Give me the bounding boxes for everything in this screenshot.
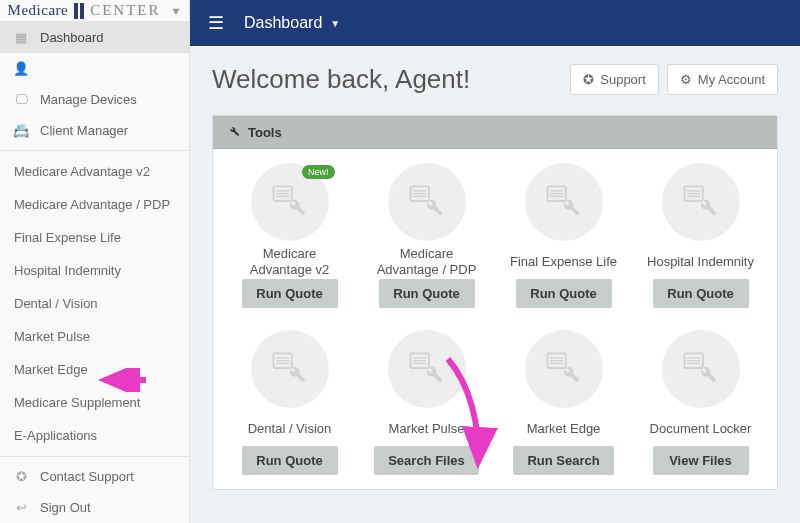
- button-label: My Account: [698, 72, 765, 87]
- id-card-icon: 📇: [12, 123, 30, 138]
- sidebar-label: Sign Out: [40, 500, 91, 515]
- brand-part2: CENTER: [90, 2, 160, 19]
- sidebar-nav-primary: ▦ Dashboard 👤 🖵 Manage Devices 📇 Client …: [0, 22, 189, 146]
- tool-thumbnail: [251, 330, 329, 408]
- user-icon: 👤: [12, 61, 30, 76]
- tool-tile: Hospital IndemnityRun Quote: [642, 163, 759, 308]
- brand-part1: Medicare: [8, 2, 69, 19]
- tool-thumbnail: [388, 330, 466, 408]
- tool-action-button[interactable]: View Files: [653, 446, 749, 475]
- sidebar-item-dental-vision[interactable]: Dental / Vision: [0, 287, 189, 320]
- sidebar-label: Client Manager: [40, 123, 128, 138]
- document-wrench-icon: [405, 179, 449, 226]
- content: Welcome back, Agent! ✪ Support ⚙ My Acco…: [190, 46, 800, 508]
- document-wrench-icon: [405, 346, 449, 393]
- sidebar-item-profile[interactable]: 👤: [0, 53, 189, 84]
- tool-thumbnail: New!: [251, 163, 329, 241]
- welcome-heading: Welcome back, Agent!: [212, 64, 470, 95]
- sidebar-nav-footer: ✪ Contact Support ↩ Sign Out: [0, 461, 189, 523]
- tool-action-button[interactable]: Search Files: [374, 446, 479, 475]
- tool-tile: New!Medicare Advantage v2Run Quote: [231, 163, 348, 308]
- divider: [0, 150, 189, 151]
- sidebar-label: Contact Support: [40, 469, 134, 484]
- main-area: ☰ Dashboard ▼ Welcome back, Agent! ✪ Sup…: [190, 0, 800, 523]
- sidebar-nav-secondary: Medicare Advantage v2 Medicare Advantage…: [0, 155, 189, 452]
- sidebar-item-dashboard[interactable]: ▦ Dashboard: [0, 22, 189, 53]
- lifebuoy-icon: ✪: [12, 469, 30, 484]
- sidebar-item-medicare-advantage-pdp[interactable]: Medicare Advantage / PDP: [0, 188, 189, 221]
- gear-icon: ⚙: [680, 72, 692, 87]
- tool-thumbnail: [662, 163, 740, 241]
- chevron-down-icon: ▼: [171, 5, 182, 17]
- sidebar-label: Final Expense Life: [14, 230, 121, 245]
- tool-label: Market Edge: [527, 412, 601, 446]
- tool-label: Dental / Vision: [248, 412, 332, 446]
- tool-label: Medicare Advantage / PDP: [368, 245, 485, 279]
- tool-action-button[interactable]: Run Search: [513, 446, 613, 475]
- sidebar-item-market-pulse[interactable]: Market Pulse: [0, 320, 189, 353]
- tool-action-button[interactable]: Run Quote: [516, 279, 612, 308]
- sidebar-label: Dental / Vision: [14, 296, 98, 311]
- tool-tile: Final Expense LifeRun Quote: [505, 163, 622, 308]
- tool-tile: Medicare Advantage / PDPRun Quote: [368, 163, 485, 308]
- tool-tile: Market PulseSearch Files: [368, 330, 485, 475]
- document-wrench-icon: [679, 179, 723, 226]
- sidebar-item-sign-out[interactable]: ↩ Sign Out: [0, 492, 189, 523]
- tools-grid: New!Medicare Advantage v2Run QuoteMedica…: [231, 163, 759, 475]
- tool-label: Market Pulse: [389, 412, 465, 446]
- page-header: Welcome back, Agent! ✪ Support ⚙ My Acco…: [212, 64, 778, 95]
- document-wrench-icon: [679, 346, 723, 393]
- wrench-icon: [227, 124, 240, 140]
- sidebar-label: E-Applications: [14, 428, 97, 443]
- topbar: ☰ Dashboard ▼: [190, 0, 800, 46]
- my-account-button[interactable]: ⚙ My Account: [667, 64, 778, 95]
- header-buttons: ✪ Support ⚙ My Account: [570, 64, 778, 95]
- sidebar-item-e-applications[interactable]: E-Applications: [0, 419, 189, 452]
- new-badge: New!: [302, 165, 335, 179]
- tool-tile: Document LockerView Files: [642, 330, 759, 475]
- sidebar-item-medicare-supplement[interactable]: Medicare Supplement: [0, 386, 189, 419]
- sidebar-label: Market Edge: [14, 362, 88, 377]
- sidebar-label: Medicare Advantage / PDP: [14, 197, 170, 212]
- button-label: Support: [600, 72, 646, 87]
- hamburger-icon[interactable]: ☰: [208, 12, 224, 34]
- sidebar-label: Manage Devices: [40, 92, 137, 107]
- sidebar-item-contact-support[interactable]: ✪ Contact Support: [0, 461, 189, 492]
- laptop-icon: 🖵: [12, 92, 30, 107]
- sidebar-item-final-expense-life[interactable]: Final Expense Life: [0, 221, 189, 254]
- tools-panel: Tools New!Medicare Advantage v2Run Quote…: [212, 115, 778, 490]
- topbar-title[interactable]: Dashboard ▼: [244, 14, 340, 32]
- tool-action-button[interactable]: Run Quote: [653, 279, 749, 308]
- panel-title: Tools: [248, 125, 282, 140]
- sidebar-item-medicare-advantage-v2[interactable]: Medicare Advantage v2: [0, 155, 189, 188]
- sidebar-label: Medicare Advantage v2: [14, 164, 150, 179]
- tool-action-button[interactable]: Run Quote: [242, 446, 338, 475]
- tool-label: Document Locker: [650, 412, 752, 446]
- brand-logo[interactable]: Medicare CENTER ▼: [0, 0, 189, 22]
- sidebar-label: Medicare Supplement: [14, 395, 140, 410]
- support-button[interactable]: ✪ Support: [570, 64, 659, 95]
- sidebar-item-market-edge[interactable]: Market Edge: [0, 353, 189, 386]
- document-wrench-icon: [268, 346, 312, 393]
- tools-panel-header: Tools: [213, 116, 777, 149]
- tool-tile: Market EdgeRun Search: [505, 330, 622, 475]
- document-wrench-icon: [542, 179, 586, 226]
- tool-action-button[interactable]: Run Quote: [242, 279, 338, 308]
- tool-tile: Dental / VisionRun Quote: [231, 330, 348, 475]
- sidebar-item-manage-devices[interactable]: 🖵 Manage Devices: [0, 84, 189, 115]
- sidebar-label: Market Pulse: [14, 329, 90, 344]
- tool-label: Medicare Advantage v2: [231, 245, 348, 279]
- sidebar-label: Hospital Indemnity: [14, 263, 121, 278]
- tool-thumbnail: [525, 330, 603, 408]
- tool-action-button[interactable]: Run Quote: [379, 279, 475, 308]
- sidebar: Medicare CENTER ▼ ▦ Dashboard 👤 🖵 Manage…: [0, 0, 190, 523]
- sidebar-item-hospital-indemnity[interactable]: Hospital Indemnity: [0, 254, 189, 287]
- document-wrench-icon: [542, 346, 586, 393]
- tool-label: Hospital Indemnity: [647, 245, 754, 279]
- tool-thumbnail: [525, 163, 603, 241]
- sidebar-item-client-manager[interactable]: 📇 Client Manager: [0, 115, 189, 146]
- sidebar-label: Dashboard: [40, 30, 104, 45]
- brand-bars-icon: [74, 3, 84, 19]
- lifebuoy-icon: ✪: [583, 72, 594, 87]
- grid-icon: ▦: [12, 30, 30, 45]
